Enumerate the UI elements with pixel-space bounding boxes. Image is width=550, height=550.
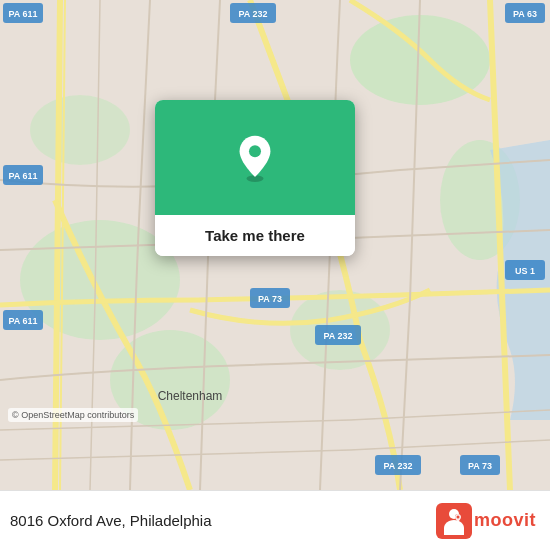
svg-text:US 1: US 1 <box>515 266 535 276</box>
moovit-brand-text: moovit <box>474 510 536 531</box>
svg-text:PA 73: PA 73 <box>468 461 492 471</box>
location-pin-icon <box>231 134 279 182</box>
svg-text:PA 611: PA 611 <box>8 316 37 326</box>
svg-text:Cheltenham: Cheltenham <box>158 389 223 403</box>
svg-point-6 <box>30 95 130 165</box>
popup-card[interactable]: Take me there <box>155 100 355 256</box>
svg-text:PA 63: PA 63 <box>513 9 537 19</box>
copyright-text: © OpenStreetMap contributors <box>8 408 138 422</box>
svg-text:PA 232: PA 232 <box>238 9 267 19</box>
svg-point-33 <box>456 515 459 518</box>
take-me-there-button[interactable]: Take me there <box>155 215 355 256</box>
svg-point-29 <box>249 145 261 157</box>
moovit-logo: moovit <box>436 503 536 539</box>
popup-green-header <box>155 100 355 215</box>
svg-text:PA 232: PA 232 <box>323 331 352 341</box>
svg-text:PA 611: PA 611 <box>8 171 37 181</box>
bottom-bar: 8016 Oxford Ave, Philadelphia moovit <box>0 490 550 550</box>
svg-text:PA 232: PA 232 <box>383 461 412 471</box>
address-label: 8016 Oxford Ave, Philadelphia <box>10 512 212 529</box>
svg-text:PA 73: PA 73 <box>258 294 282 304</box>
svg-text:PA 611: PA 611 <box>8 9 37 19</box>
map-container: PA 611 PA 611 PA 611 PA 232 PA 232 PA 23… <box>0 0 550 490</box>
moovit-brand-icon <box>436 503 472 539</box>
